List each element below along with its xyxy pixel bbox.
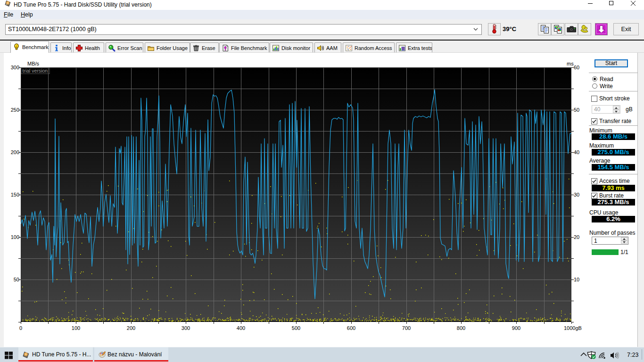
svg-text:trial version: trial version xyxy=(23,68,48,74)
